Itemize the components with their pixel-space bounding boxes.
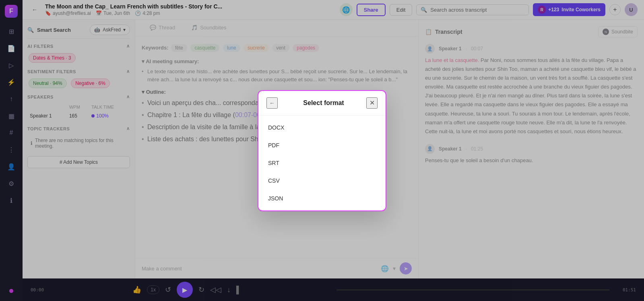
modal-overlay[interactable]: ← Select format ✕ DOCX PDF SRT CSV JSON [0, 0, 644, 301]
modal-header: ← Select format ✕ [258, 91, 386, 115]
modal-close-button[interactable]: ✕ [366, 97, 378, 109]
format-srt[interactable]: SRT [258, 154, 386, 172]
format-docx[interactable]: DOCX [258, 119, 386, 136]
select-format-modal: ← Select format ✕ DOCX PDF SRT CSV JSON [258, 90, 386, 211]
modal-back-button[interactable]: ← [266, 97, 278, 109]
format-pdf[interactable]: PDF [258, 136, 386, 154]
modal-title: Select format [281, 99, 366, 107]
modal-format-list: DOCX PDF SRT CSV JSON [258, 115, 386, 210]
format-json[interactable]: JSON [258, 190, 386, 207]
format-csv[interactable]: CSV [258, 172, 386, 190]
